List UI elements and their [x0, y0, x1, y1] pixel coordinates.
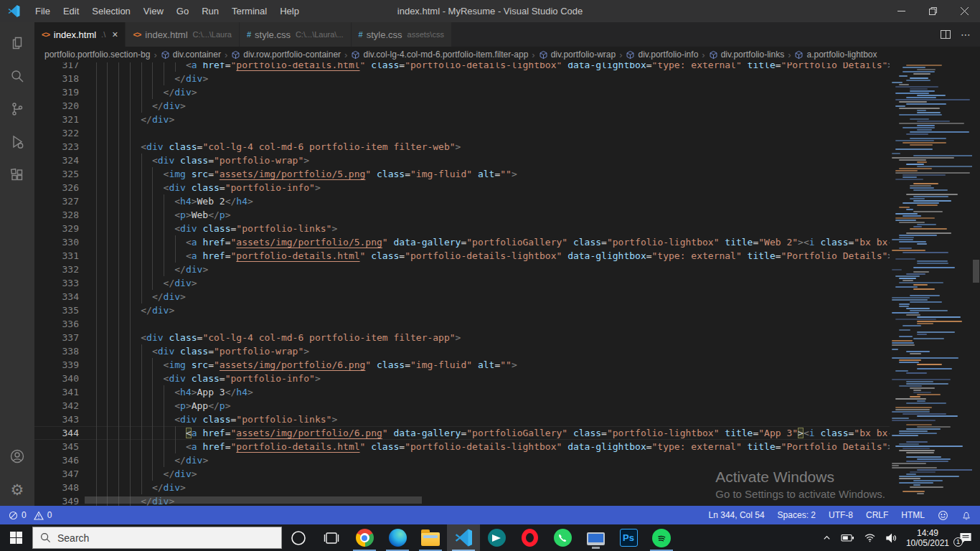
- code-line-318[interactable]: 318 </div>: [34, 72, 890, 85]
- breadcrumb-item-3[interactable]: div.row.portfolio-container: [231, 50, 341, 60]
- file-encoding[interactable]: UTF-8: [829, 510, 853, 520]
- code-line-333[interactable]: 333 </div>: [34, 276, 890, 290]
- wifi-icon[interactable]: [864, 533, 876, 542]
- search-icon[interactable]: [0, 60, 34, 93]
- breadcrumb-item-4[interactable]: div.col-lg-4.col-md-6.portfolio-item.fil…: [351, 50, 528, 60]
- code-line-329[interactable]: 329 <div class="portfolio-links">: [34, 222, 890, 235]
- minimize-button[interactable]: [885, 0, 917, 22]
- vertical-scrollbar[interactable]: [972, 62, 980, 506]
- menu-file[interactable]: File: [29, 0, 57, 22]
- code-line-327[interactable]: 327 <h4>Web 2</h4>: [34, 194, 890, 208]
- tab-style-css-4[interactable]: #style.cssassets\css: [352, 22, 452, 47]
- code-line-324[interactable]: 324 <div class="portfolio-wrap">: [34, 154, 890, 167]
- tray-chevron-icon[interactable]: [822, 533, 831, 542]
- tab-index-html-1[interactable]: <>index.html.\×: [34, 22, 126, 47]
- accounts-icon[interactable]: [0, 440, 34, 473]
- battery-icon[interactable]: [841, 533, 854, 542]
- task-view-button[interactable]: [315, 524, 348, 551]
- tab-close-icon[interactable]: ×: [112, 29, 118, 39]
- code-line-332[interactable]: 332 </div>: [34, 263, 890, 276]
- source-control-icon[interactable]: [0, 93, 34, 126]
- code-line-335[interactable]: 335 </div>: [34, 303, 890, 317]
- menu-selection[interactable]: Selection: [85, 0, 136, 22]
- whatsapp-button[interactable]: [546, 524, 579, 551]
- code-line-336[interactable]: 336: [34, 317, 890, 331]
- run-debug-icon[interactable]: [0, 126, 34, 159]
- split-editor-icon[interactable]: [941, 30, 951, 39]
- menu-view[interactable]: View: [137, 0, 170, 22]
- code-line-320[interactable]: 320 </div>: [34, 99, 890, 113]
- close-button[interactable]: [948, 0, 980, 22]
- menu-go[interactable]: Go: [170, 0, 195, 22]
- spotify-button[interactable]: [645, 524, 678, 551]
- code-line-334[interactable]: 334 </div>: [34, 290, 890, 303]
- taskbar-search-input[interactable]: Search: [32, 527, 282, 549]
- breadcrumb-item-2[interactable]: div.container: [161, 50, 221, 60]
- breadcrumb-item-6[interactable]: div.portfolio-info: [626, 50, 698, 60]
- feedback-smiley-icon[interactable]: [938, 510, 948, 521]
- file-explorer-button[interactable]: [414, 524, 447, 551]
- extensions-icon[interactable]: [0, 159, 34, 192]
- code-line-343[interactable]: 343 <div class="portfolio-links">: [34, 413, 890, 426]
- indent-guide: [152, 235, 153, 249]
- code-editor[interactable]: 317 <a href="portfolio-details.html" cla…: [34, 62, 980, 506]
- code-line-328[interactable]: 328 <p>Web</p>: [34, 208, 890, 222]
- code-line-347[interactable]: 347 </div>: [34, 467, 890, 481]
- breadcrumb-item-1[interactable]: portfolio.portfolio.section-bg: [44, 50, 150, 60]
- network-pc-button[interactable]: [579, 524, 612, 551]
- breadcrumb-item-7[interactable]: div.portfolio-links: [709, 50, 784, 60]
- code-line-330[interactable]: 330 <a href="assets/img/portfolio/5.png"…: [34, 235, 890, 249]
- breadcrumb-item-8[interactable]: a.portfolio-lightbox: [794, 50, 877, 60]
- code-line-331[interactable]: 331 <a href="portfolio-details.html" cla…: [34, 249, 890, 263]
- teal-app-button[interactable]: [480, 524, 513, 551]
- code-area[interactable]: 317 <a href="portfolio-details.html" cla…: [34, 62, 890, 506]
- code-line-317[interactable]: 317 <a href="portfolio-details.html" cla…: [34, 62, 890, 72]
- volume-icon[interactable]: [885, 533, 897, 543]
- breadcrumb-item-5[interactable]: div.portfolio-wrap: [539, 50, 616, 60]
- code-line-348[interactable]: 348 </div>: [34, 481, 890, 494]
- taskbar-clock[interactable]: 14:49 10/05/2021: [906, 528, 949, 548]
- code-line-319[interactable]: 319 </div>: [34, 85, 890, 99]
- restore-button[interactable]: [917, 0, 948, 22]
- vscode-button[interactable]: [447, 524, 480, 551]
- menu-help[interactable]: Help: [273, 0, 306, 22]
- menu-run[interactable]: Run: [195, 0, 225, 22]
- settings-gear-icon[interactable]: ⚙: [0, 473, 34, 506]
- notifications-bell-icon[interactable]: [961, 510, 971, 521]
- code-line-323[interactable]: 323 <div class="col-lg-4 col-md-6 portfo…: [34, 140, 890, 154]
- horizontal-scrollbar-thumb[interactable]: [85, 496, 422, 504]
- eol-setting[interactable]: CRLF: [866, 510, 888, 520]
- start-button[interactable]: [0, 524, 32, 551]
- chrome-button[interactable]: [348, 524, 381, 551]
- tab-style-css-3[interactable]: #style.cssC:\...\Laura\...: [240, 22, 352, 47]
- action-center-button[interactable]: 1: [958, 532, 973, 545]
- code-line-342[interactable]: 342 <p>App</p>: [34, 399, 890, 413]
- edge-button[interactable]: [381, 524, 414, 551]
- vertical-scrollbar-thumb[interactable]: [973, 260, 979, 283]
- code-line-346[interactable]: 346 </div>: [34, 453, 890, 467]
- problems-indicator[interactable]: 0 0: [9, 510, 52, 520]
- minimap[interactable]: [890, 62, 972, 506]
- code-line-325[interactable]: 325 <img src="assets/img/portfolio/5.png…: [34, 167, 890, 181]
- cortana-button[interactable]: [282, 524, 315, 551]
- tab-index-html-2[interactable]: <>index.htmlC:\...\Laura: [126, 22, 240, 47]
- code-line-340[interactable]: 340 <div class="portfolio-info">: [34, 372, 890, 385]
- code-line-322[interactable]: 322: [34, 126, 890, 140]
- code-line-341[interactable]: 341 <h4>App 3</h4>: [34, 385, 890, 399]
- code-line-345[interactable]: 345 <a href="portfolio-details.html" cla…: [34, 440, 890, 453]
- code-line-344[interactable]: 344 <a href="assets/img/portfolio/6.png"…: [34, 426, 890, 440]
- code-line-337[interactable]: 337 <div class="col-lg-4 col-md-6 portfo…: [34, 331, 890, 344]
- photoshop-button[interactable]: Ps: [612, 524, 645, 551]
- cursor-position[interactable]: Ln 344, Col 54: [709, 510, 765, 520]
- menu-edit[interactable]: Edit: [57, 0, 85, 22]
- code-line-321[interactable]: 321 </div>: [34, 113, 890, 126]
- opera-button[interactable]: [513, 524, 546, 551]
- code-line-326[interactable]: 326 <div class="portfolio-info">: [34, 181, 890, 194]
- code-line-338[interactable]: 338 <div class="portfolio-wrap">: [34, 344, 890, 358]
- indentation-setting[interactable]: Spaces: 2: [778, 510, 816, 520]
- menu-terminal[interactable]: Terminal: [225, 0, 273, 22]
- code-line-339[interactable]: 339 <img src="assets/img/portfolio/6.png…: [34, 358, 890, 372]
- more-actions-icon[interactable]: ⋯: [961, 29, 971, 40]
- language-mode[interactable]: HTML: [901, 510, 925, 520]
- explorer-icon[interactable]: [0, 27, 34, 60]
